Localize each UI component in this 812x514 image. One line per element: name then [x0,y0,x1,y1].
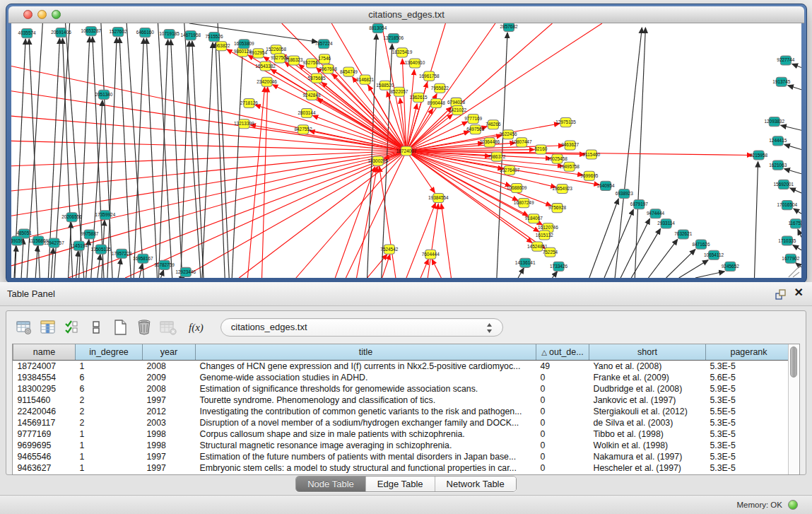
graph-node[interactable]: 2933114 [657,219,675,228]
graph-node[interactable]: 17957223 [112,249,132,258]
table-cell[interactable]: Tibbo et al. (1998) [589,428,706,440]
graph-node[interactable]: 16961758 [419,71,440,81]
scrollbar-thumb[interactable] [790,346,797,378]
graph-node[interactable]: 10653287 [81,27,101,36]
table-cell[interactable]: 5.3E-5 [706,361,789,373]
table-cell[interactable]: 5.3E-5 [706,451,789,462]
table-cell[interactable]: Estimation of the future numbers of pati… [196,451,536,462]
table-cell[interactable]: 1 [76,361,143,373]
graph-node[interactable]: 9474444 [647,209,664,218]
table-cell[interactable]: Tourette syndrome. Phenomenology and cla… [196,395,536,406]
column-header-year[interactable]: year [143,344,196,361]
table-cell[interactable]: 0 [536,406,589,417]
graph-node[interactable]: 12975135 [555,118,576,127]
table-cell[interactable]: Dudbridge et al. (2008) [589,383,706,395]
network-canvas[interactable]: 1872400718300295193845547963822986012889… [11,23,801,278]
graph-node[interactable]: 10276407 [500,165,520,175]
graph-node[interactable]: 1615132 [536,230,553,240]
graph-node[interactable]: 17546 [318,54,331,64]
window-titlebar[interactable]: citations_edges.txt [8,6,804,23]
table-cell[interactable]: 18300295 [13,383,76,395]
graph-node[interactable]: 12093832 [764,117,784,127]
column-header-title[interactable]: title [196,344,536,361]
table-cell[interactable]: Investigating the contribution of common… [196,406,536,417]
graph-node[interactable]: 15692001 [774,180,794,189]
graph-node[interactable]: 8912954 [249,49,267,58]
delete-table-icon[interactable] [135,318,153,337]
table-row[interactable]: 977716911998Corpus callosum shape and si… [13,428,789,440]
table-cell[interactable]: Franke et al. (2009) [589,372,706,383]
graph-node[interactable]: 10025458 [547,154,567,163]
graph-node[interactable]: 39159 [11,236,23,245]
graph-node[interactable]: 13640910 [405,59,425,68]
table-cell[interactable]: 22420046 [13,406,76,417]
table-row[interactable]: 1938455462009Genome-wide association stu… [13,372,789,383]
table-cell[interactable]: 19384554 [13,372,76,383]
table-cell[interactable]: Disruption of a novel member of a sodium… [196,417,536,428]
graph-node[interactable]: 5875685 [308,74,326,83]
graph-node[interactable]: 116753 [788,219,801,228]
column-header-short[interactable]: short [589,344,706,361]
table-cell[interactable]: 5.3E-5 [706,428,789,440]
select-attributes-icon[interactable] [63,318,81,337]
graph-node[interactable]: 1640954 [596,181,614,190]
window-close-button[interactable] [23,10,33,19]
table-cell[interactable]: 2009 [143,372,196,383]
graph-node[interactable]: 1244415 [769,136,787,146]
graph-node[interactable]: 14671958 [180,31,201,40]
graph-node[interactable]: 13218506 [384,34,404,43]
network-svg[interactable]: 1872400718300295193845547963822986012889… [11,23,801,278]
table-cell[interactable]: 6 [76,372,143,383]
close-panel-icon[interactable]: ✕ [794,286,804,299]
table-cell[interactable]: 0 [536,383,589,395]
graph-node[interactable]: 7524542 [380,245,398,254]
table-cell[interactable]: Wolkin et al. (1998) [589,440,706,451]
graph-node[interactable]: 3146821 [356,75,374,84]
table-cell[interactable]: 1997 [143,451,196,462]
graph-node[interactable]: 2718126 [240,98,258,107]
table-row[interactable]: 946362711997Embryonic stem cells: a mode… [13,462,789,474]
table-cell[interactable]: 1998 [143,428,196,440]
graph-node[interactable]: 1913745 [772,77,790,86]
table-row[interactable]: 1456911722003Disruption of a novel membe… [13,417,789,428]
graph-node[interactable]: 8186323 [285,56,302,65]
table-cell[interactable]: 9115460 [13,395,76,406]
table-row[interactable]: 969969511998Structural magnetic resonanc… [13,440,789,451]
table-settings-icon[interactable] [15,318,33,337]
graph-node[interactable]: 1710335 [778,236,796,245]
table-cell[interactable]: 0 [536,417,589,428]
graph-node[interactable]: 10807447 [512,138,532,147]
table-cell[interactable]: Jankovic et al. (1997) [589,395,706,406]
graph-node[interactable]: 8215958 [750,151,767,160]
graph-node[interactable]: 17016504 [777,201,798,210]
graph-node[interactable]: 9756928 [548,204,566,213]
table-row[interactable]: 1872400712008Changes of HCN gene express… [13,361,789,373]
table-cell[interactable]: Yano et al. (2008) [589,361,706,373]
table-cell[interactable]: 9777169 [13,428,76,440]
table-scrollbar[interactable] [788,344,799,474]
table-cell[interactable]: Estimation of significance thresholds fo… [196,383,536,395]
graph-node[interactable]: 1621063 [769,160,787,170]
window-zoom-button[interactable] [52,10,61,19]
table-cell[interactable]: 0 [536,451,589,462]
graph-node[interactable]: 19495758 [559,162,579,171]
graph-node[interactable]: 16958167 [133,254,153,263]
table-cell[interactable]: 9699695 [13,440,76,451]
table-cell[interactable]: 0 [536,440,589,451]
table-cell[interactable]: 5.3E-5 [706,440,789,451]
graph-node[interactable]: 15226058 [266,45,286,54]
graph-node[interactable]: 746266 [486,120,501,129]
graph-node[interactable]: 19654923 [552,184,572,193]
table-cell[interactable]: 1 [76,428,143,440]
table-cell[interactable]: 1998 [143,440,196,451]
column-header-in-degree[interactable]: in_degree [76,344,143,361]
table-row[interactable]: 2242004622012Investigating the contribut… [13,406,789,417]
graph-node[interactable]: 9975887 [81,230,98,239]
graph-node[interactable]: 20691406 [51,28,71,37]
table-cell[interactable]: 2012 [143,406,196,417]
graph-node[interactable]: 9115460 [583,150,601,159]
table-cell[interactable]: 5.3E-5 [706,395,789,406]
table-cell[interactable]: 5.9E-5 [706,383,789,395]
graph-node[interactable]: 1362615 [410,93,428,102]
graph-node[interactable]: 1733426 [550,262,567,271]
